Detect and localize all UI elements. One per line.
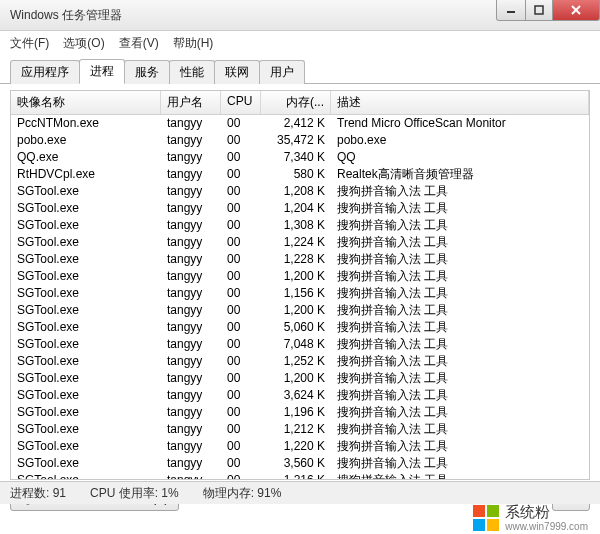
maximize-button[interactable] — [526, 0, 553, 21]
table-row[interactable]: SGTool.exetangyy001,224 K搜狗拼音输入法 工具 — [11, 234, 589, 251]
col-description[interactable]: 描述 — [331, 91, 589, 114]
cell-mem: 5,060 K — [261, 319, 331, 336]
menu-view[interactable]: 查看(V) — [119, 35, 159, 52]
title-bar[interactable]: Windows 任务管理器 — [0, 0, 600, 31]
cell-user: tangyy — [161, 234, 221, 251]
cell-cpu: 00 — [221, 319, 261, 336]
cell-desc: 搜狗拼音输入法 工具 — [331, 251, 589, 268]
table-row[interactable]: pobo.exetangyy0035,472 Kpobo.exe — [11, 132, 589, 149]
cell-user: tangyy — [161, 285, 221, 302]
table-row[interactable]: SGTool.exetangyy001,228 K搜狗拼音输入法 工具 — [11, 251, 589, 268]
cell-name: SGTool.exe — [11, 353, 161, 370]
cell-name: SGTool.exe — [11, 370, 161, 387]
tab-strip: 应用程序 进程 服务 性能 联网 用户 — [0, 53, 600, 84]
table-row[interactable]: SGTool.exetangyy001,200 K搜狗拼音输入法 工具 — [11, 268, 589, 285]
process-list[interactable]: 映像名称 用户名 CPU 内存(... 描述 PccNTMon.exetangy… — [10, 90, 590, 480]
cell-cpu: 00 — [221, 302, 261, 319]
window-title: Windows 任务管理器 — [10, 7, 122, 24]
cell-cpu: 00 — [221, 132, 261, 149]
table-row[interactable]: SGTool.exetangyy003,560 K搜狗拼音输入法 工具 — [11, 455, 589, 472]
cell-desc: 搜狗拼音输入法 工具 — [331, 183, 589, 200]
cell-name: SGTool.exe — [11, 234, 161, 251]
cell-desc: 搜狗拼音输入法 工具 — [331, 370, 589, 387]
status-process-count: 进程数: 91 — [10, 485, 66, 502]
cell-name: SGTool.exe — [11, 404, 161, 421]
table-row[interactable]: PccNTMon.exetangyy002,412 KTrend Micro O… — [11, 115, 589, 132]
cell-user: tangyy — [161, 132, 221, 149]
cell-desc: QQ — [331, 149, 589, 166]
tab-networking[interactable]: 联网 — [214, 60, 260, 84]
status-bar: 进程数: 91 CPU 使用率: 1% 物理内存: 91% — [0, 481, 600, 504]
tab-applications[interactable]: 应用程序 — [10, 60, 80, 84]
close-button[interactable] — [553, 0, 600, 21]
cell-mem: 1,196 K — [261, 404, 331, 421]
tab-services[interactable]: 服务 — [124, 60, 170, 84]
cell-user: tangyy — [161, 421, 221, 438]
menu-options[interactable]: 选项(O) — [63, 35, 104, 52]
menu-bar: 文件(F) 选项(O) 查看(V) 帮助(H) — [0, 31, 600, 53]
window-controls — [496, 0, 600, 21]
table-row[interactable]: SGTool.exetangyy001,216 K搜狗拼音输入法 工具 — [11, 472, 589, 479]
column-headers: 映像名称 用户名 CPU 内存(... 描述 — [11, 91, 589, 115]
table-row[interactable]: SGTool.exetangyy001,200 K搜狗拼音输入法 工具 — [11, 370, 589, 387]
table-row[interactable]: SGTool.exetangyy001,204 K搜狗拼音输入法 工具 — [11, 200, 589, 217]
cell-user: tangyy — [161, 149, 221, 166]
table-row[interactable]: SGTool.exetangyy001,196 K搜狗拼音输入法 工具 — [11, 404, 589, 421]
cell-cpu: 00 — [221, 166, 261, 183]
cell-user: tangyy — [161, 115, 221, 132]
table-row[interactable]: SGTool.exetangyy005,060 K搜狗拼音输入法 工具 — [11, 319, 589, 336]
minimize-icon — [506, 5, 516, 15]
col-memory[interactable]: 内存(... — [261, 91, 331, 114]
cell-mem: 1,212 K — [261, 421, 331, 438]
table-row[interactable]: SGTool.exetangyy007,048 K搜狗拼音输入法 工具 — [11, 336, 589, 353]
cell-user: tangyy — [161, 200, 221, 217]
cell-name: SGTool.exe — [11, 387, 161, 404]
table-row[interactable]: SGTool.exetangyy001,220 K搜狗拼音输入法 工具 — [11, 438, 589, 455]
tab-performance[interactable]: 性能 — [169, 60, 215, 84]
col-user[interactable]: 用户名 — [161, 91, 221, 114]
menu-help[interactable]: 帮助(H) — [173, 35, 214, 52]
cell-user: tangyy — [161, 336, 221, 353]
menu-file[interactable]: 文件(F) — [10, 35, 49, 52]
cell-mem: 1,156 K — [261, 285, 331, 302]
table-row[interactable]: SGTool.exetangyy001,200 K搜狗拼音输入法 工具 — [11, 302, 589, 319]
maximize-icon — [534, 5, 544, 15]
table-row[interactable]: RtHDVCpl.exetangyy00580 KRealtek高清晰音频管理器 — [11, 166, 589, 183]
cell-user: tangyy — [161, 438, 221, 455]
tab-users[interactable]: 用户 — [259, 60, 305, 84]
cell-mem: 7,048 K — [261, 336, 331, 353]
cell-desc: Trend Micro OfficeScan Monitor — [331, 115, 589, 132]
table-row[interactable]: SGTool.exetangyy001,208 K搜狗拼音输入法 工具 — [11, 183, 589, 200]
cell-mem: 3,560 K — [261, 455, 331, 472]
cell-cpu: 00 — [221, 115, 261, 132]
cell-desc: Realtek高清晰音频管理器 — [331, 166, 589, 183]
cell-cpu: 00 — [221, 455, 261, 472]
cell-user: tangyy — [161, 251, 221, 268]
cell-cpu: 00 — [221, 149, 261, 166]
cell-user: tangyy — [161, 472, 221, 479]
table-row[interactable]: SGTool.exetangyy003,624 K搜狗拼音输入法 工具 — [11, 387, 589, 404]
table-row[interactable]: SGTool.exetangyy001,156 K搜狗拼音输入法 工具 — [11, 285, 589, 302]
col-image-name[interactable]: 映像名称 — [11, 91, 161, 114]
cell-user: tangyy — [161, 217, 221, 234]
cell-name: SGTool.exe — [11, 455, 161, 472]
cell-user: tangyy — [161, 183, 221, 200]
cell-user: tangyy — [161, 370, 221, 387]
table-row[interactable]: SGTool.exetangyy001,308 K搜狗拼音输入法 工具 — [11, 217, 589, 234]
status-memory-usage: 物理内存: 91% — [203, 485, 282, 502]
cell-user: tangyy — [161, 319, 221, 336]
minimize-button[interactable] — [496, 0, 526, 21]
cell-mem: 1,224 K — [261, 234, 331, 251]
tab-processes[interactable]: 进程 — [79, 59, 125, 84]
cell-cpu: 00 — [221, 217, 261, 234]
cell-cpu: 00 — [221, 183, 261, 200]
table-row[interactable]: SGTool.exetangyy001,212 K搜狗拼音输入法 工具 — [11, 421, 589, 438]
cell-mem: 1,308 K — [261, 217, 331, 234]
cell-desc: 搜狗拼音输入法 工具 — [331, 421, 589, 438]
table-row[interactable]: SGTool.exetangyy001,252 K搜狗拼音输入法 工具 — [11, 353, 589, 370]
watermark-logo-icon — [473, 505, 499, 531]
cell-mem: 1,208 K — [261, 183, 331, 200]
table-row[interactable]: QQ.exetangyy007,340 KQQ — [11, 149, 589, 166]
cell-user: tangyy — [161, 268, 221, 285]
col-cpu[interactable]: CPU — [221, 91, 261, 114]
